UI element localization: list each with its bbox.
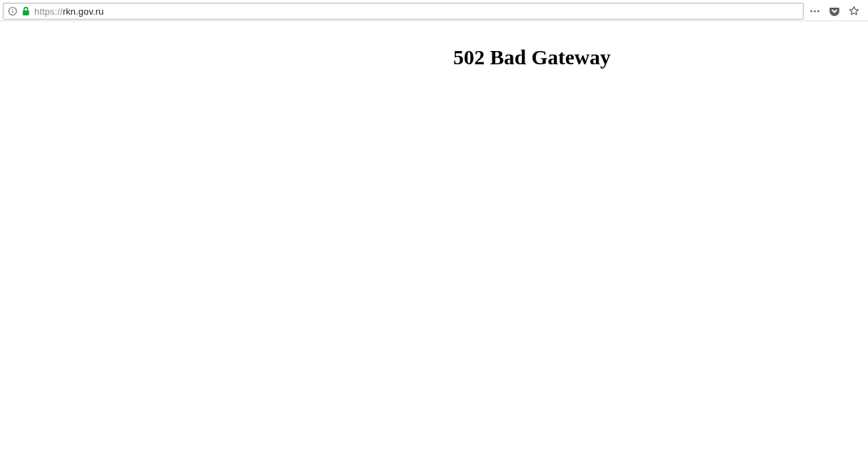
svg-point-5 — [814, 10, 816, 13]
svg-point-4 — [811, 10, 813, 13]
bookmark-star-icon[interactable] — [847, 4, 861, 18]
svg-rect-3 — [23, 10, 29, 15]
lock-icon[interactable] — [22, 6, 30, 16]
page-content: 502 Bad Gateway — [0, 22, 868, 462]
url-input[interactable]: https:// rkn.gov.ru — [3, 3, 804, 20]
toolbar-right — [808, 4, 865, 18]
error-heading: 502 Bad Gateway — [196, 45, 868, 69]
svg-point-2 — [12, 8, 13, 10]
pocket-icon[interactable] — [827, 4, 841, 18]
url-text: https:// rkn.gov.ru — [34, 6, 104, 17]
more-icon[interactable] — [808, 4, 822, 18]
info-icon[interactable] — [8, 6, 17, 16]
browser-urlbar-row: https:// rkn.gov.ru — [0, 0, 868, 21]
url-host: rkn.gov.ru — [63, 6, 104, 17]
svg-point-6 — [818, 10, 820, 13]
url-protocol: https:// — [34, 6, 63, 17]
